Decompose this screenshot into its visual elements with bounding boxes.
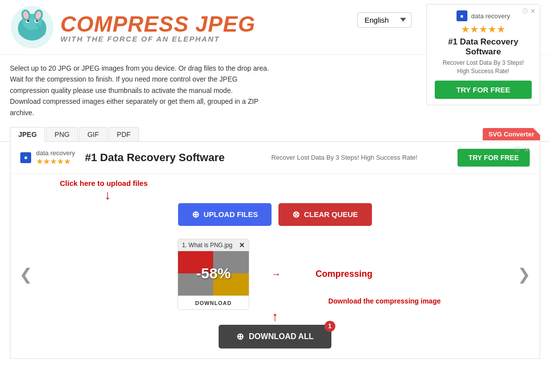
nav-right-arrow[interactable]: ❯ [513,265,535,284]
inner-ad-stars: ★★★★★ [36,157,75,166]
click-hint-label: Click here to upload files [60,179,148,187]
upload-icon: ⊕ [192,209,199,220]
tabs-row: JPEG PNG GIF PDF SVG Converter [0,123,550,142]
ad-stars: ★★★★★ [435,23,532,35]
files-area: ❮ 1. What is PNG.jpg ✕ [10,239,540,310]
logo-subtitle: WITH THE FORCE OF AN ELEPHANT [60,35,255,43]
inner-ad-close-icon[interactable]: ✕ [524,146,530,154]
download-all-area: Download the compressing image ↑ ⊕ DOWNL… [10,320,540,348]
file-card-close-icon[interactable]: ✕ [239,241,245,249]
ad-brand-name: data recovery [471,12,510,20]
language-selector-wrap[interactable]: English Español Français Deutsch 中文 [357,12,412,28]
ad-desc: Recover Lost Data By 3 Steps! High Succe… [435,59,532,76]
download-all-icon: ⊕ [236,331,244,342]
ad-close-icon[interactable]: ✕ [530,7,536,15]
ad-brand-icon: ■ [457,10,467,21]
compression-percent: -58% [196,265,230,282]
logo-elephant-icon [10,5,54,49]
download-all-button[interactable]: ⊕ DOWNLOAD ALL 1 [219,325,331,348]
btn-row: ⊕ UPLOAD FILES ⊗ CLEAR QUEUE [178,203,371,226]
ad-title: #1 Data Recovery Software [435,37,532,57]
ad-try-button[interactable]: TRY FOR FREE [435,81,532,99]
tab-png[interactable]: PNG [46,127,78,141]
upload-files-button[interactable]: ⊕ UPLOAD FILES [178,203,272,226]
logo-text: COMPRESS JPEG WITH THE FORCE OF AN ELEPH… [60,12,255,43]
clear-icon: ⊗ [292,209,300,220]
inner-ad-brand-name: data recovery [36,149,75,157]
clear-queue-button[interactable]: ⊗ CLEAR QUEUE [278,203,371,226]
ad-top-right: ⓘ ✕ ■ data recovery ★★★★★ #1 Data Recove… [426,4,540,105]
tab-gif[interactable]: GIF [79,127,107,141]
inner-ad: ⓘ ✕ ■ data recovery ★★★★★ #1 Data Recove… [10,142,540,174]
arrow-down-icon: ↓ [104,188,111,201]
ad-brand-row: ■ data recovery [435,10,532,21]
logo-area: COMPRESS JPEG WITH THE FORCE OF AN ELEPH… [10,5,357,49]
svg-point-2 [19,29,28,36]
logo-title: COMPRESS JPEG [60,12,255,37]
main-area: ⓘ ✕ ■ data recovery ★★★★★ #1 Data Recove… [10,142,540,359]
files-scroll: 1. What is PNG.jpg ✕ -58% [37,239,513,310]
download-all-badge: 1 [324,321,335,332]
tabs-left: JPEG PNG GIF PDF [10,127,140,141]
download-hint-label: Download the compressing image [328,297,441,305]
download-hint-arrow-icon: ↑ [272,309,278,324]
tab-pdf[interactable]: PDF [108,127,139,141]
description: Select up to 20 JPG or JPEG images from … [0,55,366,123]
nav-left-arrow[interactable]: ❮ [15,265,37,284]
upload-section: Click here to upload files ↓ ⊕ UPLOAD FI… [10,174,540,231]
inner-ad-info-icon[interactable]: ⓘ [514,146,520,153]
file-card-preview: -58% [178,251,249,296]
preview-overlay: -58% [178,251,249,296]
file-name: 1. What is PNG.jpg [182,242,232,249]
language-select[interactable]: English Español Français Deutsch 中文 [357,12,412,28]
inner-ad-left: ■ data recovery ★★★★★ [20,149,75,166]
file-card-footer: DOWNLOAD [178,296,249,309]
file-download-button[interactable]: DOWNLOAD [195,300,231,306]
file-card: 1. What is PNG.jpg ✕ -58% [178,239,249,310]
compressing-label: Compressing [316,269,372,279]
arrow-right-icon: → [271,268,281,280]
inner-ad-brand-icon: ■ [20,152,31,163]
svg-converter-button[interactable]: SVG Converter [483,128,540,140]
inner-ad-title: #1 Data Recovery Software [85,151,262,164]
inner-ad-desc: Recover Lost Data By 3 Steps! High Succe… [271,154,448,161]
ad-info-icon[interactable]: ⓘ [522,7,528,15]
file-card-header: 1. What is PNG.jpg ✕ [178,239,249,251]
tab-jpeg[interactable]: JPEG [10,127,45,142]
